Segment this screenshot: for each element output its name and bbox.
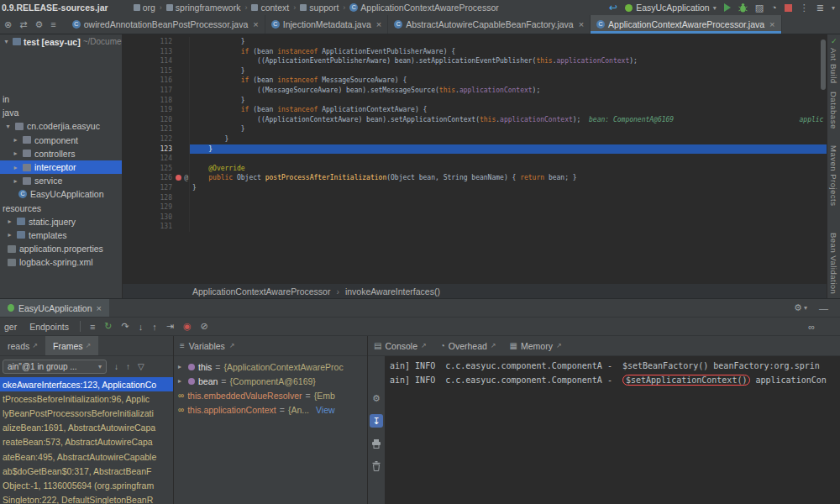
tree-item-service[interactable]: ▸service — [0, 174, 122, 187]
profiler-icon[interactable]: ◔ — [771, 3, 777, 13]
project-root[interactable]: ▾ test [easy-uc] ~/Documents — [0, 34, 122, 49]
code-line-114[interactable]: 114 ((ApplicationEventPublisherAware) be… — [123, 56, 827, 66]
breadcrumb-item-org[interactable]: org — [134, 3, 155, 13]
stack-frame[interactable]: Singleton:222, DefaultSingletonBeanR — [0, 493, 173, 504]
tab-endpoints[interactable]: Endpoints — [28, 322, 71, 332]
code-line-120[interactable]: 120 ((ApplicationContextAware) bean).set… — [123, 115, 827, 125]
code-line-124[interactable]: 124 — [123, 154, 827, 164]
close-icon[interactable]: × — [97, 303, 102, 313]
run-button[interactable] — [724, 3, 731, 12]
breadcrumb-method[interactable]: invokeAwareInterfaces() — [345, 286, 440, 297]
tree-item-cn-coderjia-easyuc[interactable]: ▾cn.coderjia.easyuc — [0, 119, 122, 133]
tree-item-templates[interactable]: ▸templates — [0, 228, 122, 242]
tree-item-resources[interactable]: resources — [0, 202, 122, 215]
tool-button-maven-projects[interactable]: Maven Projects — [829, 145, 838, 206]
step-out-icon[interactable]: ↑ — [152, 322, 157, 332]
settings-icon[interactable]: ⚙ — [34, 19, 43, 30]
code-line-123[interactable]: 123 } — [123, 144, 827, 155]
breadcrumb-item-support[interactable]: support — [300, 3, 339, 13]
stack-frame[interactable]: okeAwareInterfaces:123, ApplicationCo — [0, 377, 173, 391]
code-line-126[interactable]: 126@ public Object postProcessAfterIniti… — [123, 173, 827, 183]
stack-frame[interactable]: Object:-1, 1136005694 (org.springfram — [0, 478, 173, 492]
more-icon[interactable]: ⋮ — [800, 3, 809, 13]
scroll-to-end-icon[interactable]: ↧ — [370, 414, 383, 428]
view-breakpoints-icon[interactable]: ◉ — [183, 321, 192, 332]
tab-overhead[interactable]: ◔Overhead↗ — [440, 341, 496, 351]
breakpoint-icon[interactable] — [176, 175, 181, 181]
hide-panel-icon[interactable]: — — [819, 303, 828, 313]
close-icon[interactable]: × — [769, 19, 774, 29]
close-icon[interactable]: × — [579, 19, 584, 29]
breadcrumb-class[interactable]: ApplicationContextAwareProcessor — [192, 286, 330, 297]
code-line-129[interactable]: 129 — [123, 202, 827, 213]
close-icon[interactable]: × — [376, 19, 381, 29]
tree-item-in[interactable]: in — [0, 92, 122, 106]
filter-icon[interactable]: ▽ — [138, 362, 144, 371]
tool-button-ant-build[interactable]: Ant Build — [829, 48, 838, 84]
code-editor[interactable]: 112 }113 if (bean instanceof Application… — [123, 34, 827, 298]
console-output[interactable]: ain] INFO c.c.easyuc.component.Component… — [386, 356, 840, 504]
code-line-127[interactable]: 127} — [123, 183, 827, 193]
code-line-125[interactable]: 125 @Override — [123, 164, 827, 174]
code-line-112[interactable]: 112 } — [123, 37, 827, 47]
stack-frame[interactable]: ab$doGetBean$0:317, AbstractBeanF — [0, 464, 173, 478]
tree-item-controllers[interactable]: ▸controllers — [0, 147, 122, 160]
stack-frame[interactable]: reateBean:573, AbstractAutowireCapa — [0, 435, 173, 449]
infinity-icon[interactable]: ∞ — [808, 322, 815, 332]
editor-tab-abstractautowirecapablebeanfactory-java[interactable]: CAbstractAutowireCapableBeanFactory.java… — [388, 15, 591, 34]
close-icon[interactable]: × — [253, 19, 258, 29]
run-config-selector[interactable]: EasyUcApplication ▾ — [625, 3, 717, 13]
run-to-cursor-icon[interactable]: ⇥ — [166, 321, 174, 332]
tree-item-interceptor[interactable]: ▸interceptor — [0, 160, 122, 174]
code-line-117[interactable]: 117 ((MessageSourceAware) bean).setMessa… — [123, 86, 827, 96]
rerun-icon[interactable]: ↻ — [104, 321, 112, 332]
editor-tab-owiredannotationbeanpostprocessor-java[interactable]: CowiredAnnotationBeanPostProcessor.java× — [66, 15, 265, 34]
editor-tab-injectionmetadata-java[interactable]: CInjectionMetadata.java× — [265, 15, 389, 34]
code-line-115[interactable]: 115 } — [123, 66, 827, 76]
inspections-ok-icon[interactable]: ✓ — [831, 37, 837, 45]
step-over-icon[interactable]: ↷ — [122, 321, 129, 332]
breadcrumb-item-applicationcontextawareprocessor[interactable]: CApplicationContextAwareProcessor — [349, 3, 498, 13]
debug-settings[interactable]: ⚙ ▾ — [794, 302, 807, 313]
hide-window-icon[interactable]: ⊗ — [4, 19, 12, 30]
menu-icon[interactable]: ≡ — [180, 341, 185, 350]
variable-row[interactable]: ∞this.embeddedValueResolver = {Emb — [174, 388, 367, 402]
debug-button[interactable] — [738, 3, 748, 13]
debug-session-tab[interactable]: EasyUcApplication × — [0, 299, 109, 317]
coverage-icon[interactable]: ▨ — [755, 3, 764, 13]
tab-debugger[interactable]: ger — [3, 322, 18, 332]
tab-frames[interactable]: Frames↗ — [45, 336, 98, 355]
previous-frame-icon[interactable]: ↓ — [114, 362, 118, 371]
tree-item-static-jquery[interactable]: ▸static.jquery — [0, 215, 122, 228]
clear-console-icon[interactable] — [370, 459, 383, 473]
settings-icon[interactable]: ⚙ — [370, 391, 383, 405]
next-frame-icon[interactable]: ↑ — [126, 362, 130, 371]
code-line-113[interactable]: 113 if (bean instanceof ApplicationEvent… — [123, 47, 827, 57]
tree-item-application-properties[interactable]: application.properties — [0, 242, 122, 255]
tree-item-logback-spring-xml[interactable]: logback-spring.xml — [0, 255, 122, 269]
code-line-119[interactable]: 119 if (bean instanceof ApplicationConte… — [123, 105, 827, 115]
tree-item-easyucapplication[interactable]: CEasyUcApplication — [0, 187, 122, 201]
code-line-118[interactable]: 118 } — [123, 96, 827, 106]
code-line-130[interactable]: 130 — [123, 213, 827, 223]
tool-windows-icon[interactable]: ≣ — [816, 3, 824, 13]
variable-row[interactable]: ▸bean = {ComponentA@6169} — [174, 374, 367, 388]
stack-frame[interactable]: alizeBean:1691, AbstractAutowireCapa — [0, 421, 173, 435]
code-line-131[interactable]: 131 — [123, 222, 827, 232]
editor-scrollbar[interactable] — [821, 36, 826, 280]
tree-item-component[interactable]: ▸component — [0, 134, 122, 147]
stack-frame[interactable]: lyBeanPostProcessorsBeforeInitializati — [0, 406, 173, 420]
tree-item-java[interactable]: java — [0, 106, 122, 119]
back-icon[interactable]: ↩ — [609, 2, 617, 13]
stop-button[interactable] — [785, 4, 792, 12]
variable-row[interactable]: ∞this.applicationContext = {An...View — [174, 402, 367, 417]
code-line-121[interactable]: 121 } — [123, 124, 827, 134]
tab-console[interactable]: ▤Console↗ — [374, 341, 427, 351]
code-line-128[interactable]: 128 — [123, 193, 827, 203]
breadcrumb-item-context[interactable]: context — [251, 3, 289, 13]
restore-layout-icon[interactable]: ≡ — [90, 322, 95, 332]
code-line-116[interactable]: 116 if (bean instanceof MessageSourceAwa… — [123, 76, 827, 86]
sync-icon[interactable]: ⇄ — [19, 19, 27, 30]
mute-breakpoints-icon[interactable]: ⊘ — [201, 321, 208, 332]
tool-button-database[interactable]: Database — [829, 92, 838, 129]
